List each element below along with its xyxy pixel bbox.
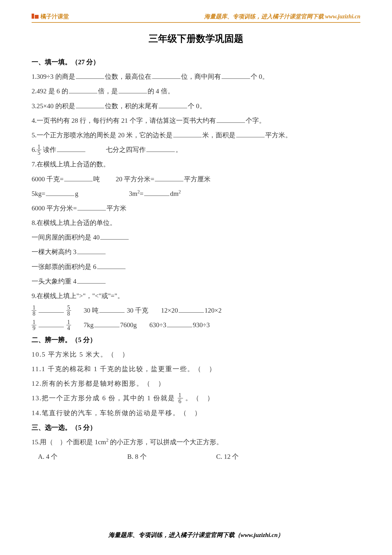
blank[interactable] (64, 174, 93, 181)
header-right-text: 海量题库、专项训练，进入橘子汁课堂官网下载 www.juzizhi.cn (204, 13, 360, 20)
blank[interactable] (152, 72, 181, 79)
frac-num: 1 (37, 144, 41, 150)
option-c[interactable]: C. 12 个 (216, 449, 239, 464)
q7-5b: 平方米 (107, 204, 126, 212)
fraction: 15 (37, 144, 41, 156)
blank[interactable] (39, 305, 64, 313)
blank[interactable] (57, 145, 85, 152)
fraction: 58 (66, 305, 71, 316)
logo: 橘子汁课堂 (32, 13, 69, 20)
frac-num: 1 (66, 319, 71, 325)
frac-den: 9 (32, 325, 36, 331)
blank[interactable] (39, 320, 64, 327)
logo-icon (32, 13, 39, 20)
page-title: 三年级下册数学巩固题 (32, 32, 360, 45)
question-12: 12.所有的长方形都是轴对称图形。（ ） (32, 376, 360, 391)
question-9-row2: 19 14 7kg7600g 630÷3930÷3 (32, 318, 360, 332)
q7-4a: 3m (129, 190, 138, 197)
question-7-row2: 5kg=g 3m2=dm2 (32, 186, 360, 201)
blank[interactable] (100, 232, 129, 240)
blank[interactable] (77, 276, 106, 284)
question-8-3: 一张邮票的面积约是 6 (32, 259, 360, 274)
blank[interactable] (236, 130, 265, 137)
blank[interactable] (167, 320, 192, 327)
q15-a: 15.用（ ）个面积是 1cm (32, 438, 106, 446)
q7-4c: dm (170, 190, 179, 197)
frac-num: 5 (66, 305, 71, 311)
blank[interactable] (97, 262, 126, 269)
question-1: 1.309÷3 的商是位数，最高位在位，商中间有个 0。 (32, 69, 360, 84)
question-11: 11.1 千克的棉花和 1 千克的盐比较，盐更重一些。（ ） (32, 362, 360, 376)
q9r1c: 30 千克 (127, 307, 148, 314)
question-4: 4.一页书约有 28 行，每行约有 21 个字，请估算这一页书大约有个字。 (32, 113, 360, 128)
q8-4: 一头大象约重 4 (32, 278, 77, 285)
fraction: 18 (32, 305, 36, 316)
blank[interactable] (69, 86, 97, 93)
question-9-row1: 18 58 30 吨 30 千克 12×20120×2 (32, 303, 360, 318)
q6-text-b: 读作 (41, 146, 56, 153)
q9r2c: 7600g (120, 321, 137, 329)
frac-den: 6 (178, 398, 183, 404)
frac-den: 8 (66, 311, 71, 316)
q7-2a: 20 平方分米= (116, 175, 154, 183)
blank[interactable] (76, 101, 104, 108)
question-5: 5.一个正方形喷水池的周长是 20 米，它的边长是米，面积是平方米。 (32, 128, 360, 142)
blank[interactable] (159, 101, 187, 108)
page-header: 橘子汁课堂 海量题库、专项训练，进入橘子汁课堂官网下载 www.juzizhi.… (32, 13, 360, 23)
q7-3a: 5kg= (32, 190, 45, 197)
blank[interactable] (222, 72, 250, 79)
blank[interactable] (179, 305, 204, 313)
section-1-head: 一、填一填。（27 分） (32, 55, 360, 69)
question-9: 9.在横线上填上">"，"<"或"="。 (32, 289, 360, 303)
q3-text-a: 3.25×40 的积是 (32, 102, 75, 110)
q7-3b: g (75, 190, 78, 197)
fraction: 19 (32, 319, 36, 331)
q2-text-b: 倍，是 (98, 87, 118, 95)
blank[interactable] (155, 174, 183, 181)
frac-den: 5 (37, 150, 41, 156)
q4-text-b: 个字。 (246, 117, 266, 124)
q9r1b: 30 吨 (84, 307, 99, 314)
q7-4b: = (140, 190, 144, 197)
q9r1d: 12×20 (161, 307, 178, 314)
question-7-row3: 6000 平方分米=平方米 (32, 201, 360, 215)
q7-1b: 吨 (93, 175, 100, 183)
q1-text-d: 个 0。 (251, 73, 269, 80)
frac-den: 8 (32, 311, 36, 316)
frac-num: 1 (32, 305, 36, 311)
content-body: 一、填一填。（27 分） 1.309÷3 的商是位数，最高位在位，商中间有个 0… (32, 55, 360, 464)
section-3-head: 三、选一选。（5 分） (32, 420, 360, 435)
page-footer: 海量题库、专项训练，进入橘子汁课堂官网下载（www.juzizhi.cn） (0, 531, 392, 539)
q13-a: 13.把一个正方形分成 6 份，其中的 1 份就是 (32, 394, 178, 402)
option-b[interactable]: B. 8 个 (127, 449, 146, 464)
q13-b: 。（ ） (183, 394, 214, 402)
section-2-head: 二、辨一辨。（5 分） (32, 333, 360, 347)
blank[interactable] (76, 72, 104, 79)
blank[interactable] (217, 115, 245, 123)
blank[interactable] (99, 305, 125, 313)
question-15: 15.用（ ）个面积是 1cm2 的小正方形，可以拼成一个大正方形。 (32, 435, 360, 449)
q6-text-c: 七分之四写作 (106, 146, 146, 153)
q6-text-a: 6. (32, 146, 37, 153)
blank[interactable] (144, 189, 169, 196)
blank[interactable] (94, 320, 119, 327)
blank[interactable] (173, 130, 202, 137)
q15-b: 的小正方形，可以拼成一个大正方形。 (108, 438, 223, 446)
question-13: 13.把一个正方形分成 6 份，其中的 1 份就是 16 。（ ） (32, 391, 360, 405)
blank[interactable] (46, 189, 74, 196)
q3-text-c: 个 0。 (188, 102, 206, 110)
q9r1e: 120×2 (205, 307, 222, 314)
q9r2d: 630÷3 (150, 321, 167, 329)
q1-text-a: 1.309÷3 的商是 (32, 73, 75, 80)
blank[interactable] (77, 247, 106, 254)
q1-text-c: 位，商中间有 (181, 73, 221, 80)
q7-5a: 6000 平方分米= (32, 204, 77, 212)
q1-text-b: 位数，最高位在 (105, 73, 151, 80)
q4-text-a: 4.一页书约有 28 行，每行约有 21 个字，请估算这一页书大约有 (32, 117, 216, 124)
option-a[interactable]: A. 4 个 (38, 449, 58, 464)
question-7-row1: 6000 千克=吨 20 平方分米=平方厘米 (32, 172, 360, 186)
blank[interactable] (146, 145, 175, 152)
q8-1: 一间房屋的面积约是 40 (32, 234, 100, 241)
blank[interactable] (119, 86, 147, 93)
blank[interactable] (77, 203, 106, 210)
